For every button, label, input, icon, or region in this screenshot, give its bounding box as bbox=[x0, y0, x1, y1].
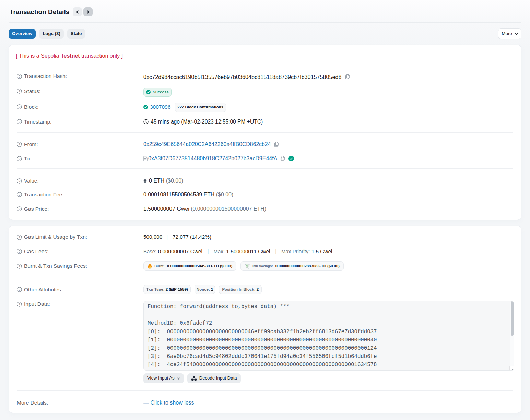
svg-text:?: ? bbox=[19, 179, 21, 183]
svg-text:?: ? bbox=[19, 120, 21, 124]
svg-text:?: ? bbox=[19, 235, 21, 239]
svg-text:?: ? bbox=[19, 264, 21, 268]
svg-text:?: ? bbox=[19, 89, 21, 93]
svg-text:?: ? bbox=[19, 74, 21, 78]
svg-text:?: ? bbox=[19, 288, 21, 291]
svg-text:?: ? bbox=[19, 192, 21, 196]
svg-text:?: ? bbox=[19, 207, 21, 211]
svg-text:?: ? bbox=[19, 249, 21, 253]
svg-text:?: ? bbox=[19, 105, 21, 109]
svg-text:?: ? bbox=[19, 302, 21, 306]
svg-text:?: ? bbox=[19, 142, 21, 146]
svg-text:?: ? bbox=[19, 157, 21, 161]
